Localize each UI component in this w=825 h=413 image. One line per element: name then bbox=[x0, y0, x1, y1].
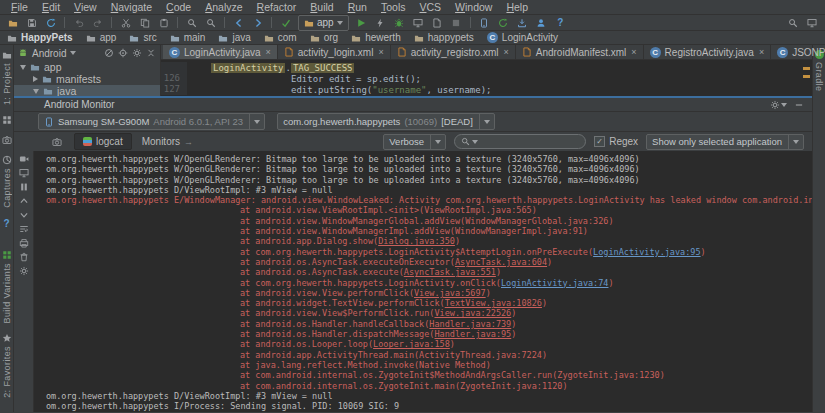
menu-help[interactable]: Help bbox=[499, 1, 535, 13]
avd-manager-icon[interactable] bbox=[475, 15, 494, 31]
editor-tab-activity_login.xml[interactable]: activity_login.xml× bbox=[278, 45, 391, 59]
menu-navigate[interactable]: Navigate bbox=[104, 1, 159, 13]
run-icon[interactable] bbox=[352, 15, 371, 31]
coverage-icon[interactable] bbox=[428, 15, 447, 31]
editor-tab-AndroidManifest.xml[interactable]: AndroidManifest.xml× bbox=[516, 45, 644, 59]
editor-tab-JSONParser.java[interactable]: CJSONParser.java× bbox=[771, 45, 825, 59]
panel-settings-gear-icon[interactable] bbox=[770, 100, 787, 110]
redo-icon[interactable] bbox=[88, 15, 107, 31]
sync-project-icon[interactable] bbox=[276, 15, 295, 31]
soft-wrap-icon[interactable] bbox=[19, 224, 29, 234]
project-structure-icon[interactable] bbox=[532, 15, 551, 31]
regex-checkbox[interactable]: ✓ Regex bbox=[594, 136, 638, 147]
stack-trace-link[interactable]: Handler.java:739 bbox=[429, 319, 511, 329]
clear-logcat-icon[interactable] bbox=[19, 252, 29, 262]
menu-tools[interactable]: Tools bbox=[374, 1, 413, 13]
undo-icon[interactable] bbox=[69, 15, 88, 31]
tool-button-project[interactable]: 1: Project bbox=[2, 45, 12, 110]
breadcrumb-item-happypets[interactable]: happypets bbox=[414, 32, 474, 43]
screen-record-icon[interactable] bbox=[19, 154, 29, 164]
breadcrumb-item-happypets[interactable]: HappyPets bbox=[7, 32, 73, 43]
paste-icon[interactable] bbox=[154, 15, 173, 31]
project-view-selector[interactable]: Android bbox=[32, 48, 66, 59]
breadcrumb-item-hewerth[interactable]: hewerth bbox=[351, 32, 401, 43]
layout-inspector-icon[interactable] bbox=[19, 168, 29, 178]
breadcrumb-item-main[interactable]: main bbox=[170, 32, 206, 43]
forward-icon[interactable] bbox=[248, 15, 267, 31]
tab-monitors[interactable]: Monitors → bbox=[134, 134, 201, 149]
tree-node-manifests[interactable]: manifests bbox=[14, 73, 160, 85]
tab-logcat[interactable]: logcat bbox=[74, 133, 132, 150]
copy-icon[interactable] bbox=[135, 15, 154, 31]
close-icon[interactable]: × bbox=[631, 47, 636, 57]
replace-icon[interactable] bbox=[201, 15, 220, 31]
hide-panel-icon[interactable] bbox=[794, 100, 804, 110]
pause-output-icon[interactable] bbox=[19, 182, 29, 192]
run-config-select[interactable]: app bbox=[298, 15, 349, 31]
close-icon[interactable]: × bbox=[759, 47, 764, 57]
locate-icon[interactable] bbox=[118, 48, 128, 58]
stop-icon[interactable] bbox=[447, 15, 466, 31]
find-icon[interactable] bbox=[182, 15, 201, 31]
editor-tab-RegistroActivity.java[interactable]: CRegistroActivity.java× bbox=[644, 45, 772, 59]
save-all-icon[interactable] bbox=[22, 15, 41, 31]
menu-build[interactable]: Build bbox=[303, 1, 340, 13]
menu-file[interactable]: File bbox=[4, 1, 35, 13]
expand-arrow-icon[interactable] bbox=[20, 65, 26, 70]
stack-trace-link[interactable]: LoginActivity.java:95 bbox=[593, 247, 700, 257]
menu-window[interactable]: Window bbox=[448, 1, 499, 13]
profile-icon[interactable] bbox=[409, 15, 428, 31]
restore-layout-icon[interactable] bbox=[802, 15, 821, 31]
menu-code[interactable]: Code bbox=[159, 1, 198, 13]
back-icon[interactable] bbox=[229, 15, 248, 31]
log-filter-select[interactable]: Show only selected application bbox=[646, 134, 804, 150]
android-monitor-header[interactable]: Android Monitor bbox=[14, 98, 812, 111]
tool-button-help[interactable]: ? bbox=[3, 213, 9, 234]
stack-trace-link[interactable]: AsyncTask.java:604 bbox=[455, 257, 547, 267]
up-stack-trace-icon[interactable] bbox=[19, 196, 29, 206]
tree-node-app[interactable]: app bbox=[14, 61, 160, 73]
stack-trace-link[interactable]: View.java:22526 bbox=[434, 308, 511, 318]
breadcrumb-item-src[interactable]: src bbox=[129, 32, 156, 43]
stack-trace-link[interactable]: TextView.java:10826 bbox=[445, 298, 542, 308]
search-everywhere-icon[interactable] bbox=[783, 15, 802, 31]
close-icon[interactable]: × bbox=[266, 47, 271, 57]
breadcrumb-item-app[interactable]: app bbox=[86, 32, 117, 43]
menu-vcs[interactable]: VCS bbox=[412, 1, 448, 13]
close-icon[interactable]: × bbox=[378, 47, 383, 57]
breadcrumb-item-com[interactable]: com bbox=[264, 32, 297, 43]
tree-node-java[interactable]: java bbox=[14, 85, 160, 96]
down-stack-trace-icon[interactable] bbox=[19, 210, 29, 220]
warning-stripe-mark[interactable] bbox=[803, 75, 810, 78]
tool-button-build-variants[interactable]: Build Variants bbox=[2, 245, 12, 328]
menu-analyze[interactable]: Analyze bbox=[198, 1, 249, 13]
logcat-settings-icon[interactable] bbox=[19, 266, 29, 276]
menu-run[interactable]: Run bbox=[341, 1, 374, 13]
editor-tab-activity_registro.xml[interactable]: activity_registro.xml× bbox=[391, 45, 516, 59]
process-select[interactable]: com.org.hewerth.happypets (10069) [DEAD] bbox=[277, 113, 495, 130]
stack-trace-link[interactable]: Handler.java:95 bbox=[434, 329, 511, 339]
open-icon[interactable] bbox=[3, 15, 22, 31]
tool-button-favorites[interactable]: 2: Favorites bbox=[2, 328, 12, 412]
attach-debugger-icon[interactable] bbox=[371, 15, 390, 31]
debug-icon[interactable] bbox=[390, 15, 409, 31]
gradle-sync-icon[interactable] bbox=[494, 15, 513, 31]
code-editor[interactable]: LoginActivity.TAG_SUCCESS126Editor edit … bbox=[161, 60, 812, 96]
breadcrumb-item-loginactivity[interactable]: CLoginActivity bbox=[487, 32, 558, 43]
device-select[interactable]: Samsung SM-G900M Android 6.0.1, API 23 bbox=[38, 113, 265, 130]
breadcrumb-item-org[interactable]: org bbox=[310, 32, 338, 43]
collapse-arrow-icon[interactable] bbox=[33, 76, 38, 82]
sdk-manager-icon[interactable] bbox=[513, 15, 532, 31]
menu-view[interactable]: View bbox=[67, 1, 104, 13]
stack-trace-link[interactable]: AsyncTask.java:551 bbox=[404, 267, 496, 277]
stack-trace-link[interactable]: LoginActivity.java:74 bbox=[501, 278, 608, 288]
breadcrumb-item-java[interactable]: java bbox=[218, 32, 250, 43]
project-settings-icon[interactable] bbox=[132, 48, 142, 58]
tool-button-structure[interactable] bbox=[2, 110, 12, 130]
warning-stripe-mark[interactable] bbox=[803, 67, 810, 70]
editor-tab-LoginActivity.java[interactable]: CLoginActivity.java× bbox=[163, 45, 278, 59]
stack-trace-link[interactable]: Looper.java:158 bbox=[373, 339, 450, 349]
stack-trace-link[interactable]: Dialog.java:350 bbox=[378, 236, 455, 246]
menu-refactor[interactable]: Refactor bbox=[250, 1, 304, 13]
screen-capture-icon[interactable] bbox=[52, 137, 62, 147]
